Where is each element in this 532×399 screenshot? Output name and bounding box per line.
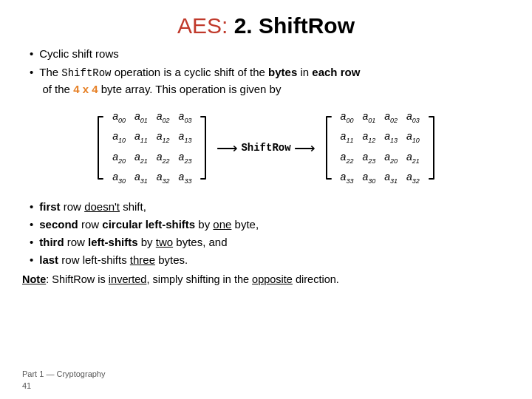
bullet-dot-b4: • (30, 252, 33, 267)
title-aes: AES: (177, 13, 228, 38)
title-shiftrow: 2. Shift​Row (228, 13, 355, 38)
cell: a11 (133, 129, 149, 146)
bullet-dot-1: • (30, 46, 33, 61)
matrix-section: a00 a01 a02 a03 a10 a11 a12 a13 a20 a21 … (22, 106, 510, 190)
cell: a13 (177, 129, 194, 146)
opposite-underline: opposite (252, 273, 293, 285)
two-underline: two (156, 236, 173, 248)
bullet-item-2: • The ShiftRow operation is a cyclic shi… (30, 64, 510, 97)
left-bracket-close (199, 115, 209, 180)
leftshifts-bold: left-shifts (88, 236, 138, 248)
left-matrix: a00 a01 a02 a03 a10 a11 a12 a13 a20 a21 … (105, 106, 199, 190)
doesnt-underline: doesn't (84, 200, 120, 213)
cell: a00 (339, 109, 355, 126)
last-bold: last (39, 253, 58, 266)
cell: a33 (339, 169, 355, 186)
matrix-row: a20 a21 a22 a23 (111, 149, 193, 166)
bullet-b4-text: last row left-shifts three bytes. (39, 252, 188, 267)
matrix-row: a30 a31 a32 a33 (111, 169, 193, 186)
cell: a32 (405, 169, 421, 186)
bullet-b1-text: first row doesn't shift, (39, 199, 146, 214)
left-matrix-wrap: a00 a01 a02 a03 a10 a11 a12 a13 a20 a21 … (95, 106, 209, 190)
footer-line2: 41 (22, 381, 106, 392)
cell: a23 (361, 149, 377, 166)
slide-title: AES: 2. Shift​Row (22, 13, 510, 38)
right-matrix-wrap: a00 a01 a02 a03 a11 a12 a13 a10 a22 a23 … (323, 106, 437, 190)
cell: a20 (383, 149, 399, 166)
bullet-b2-text: second row circular left-shifts by one b… (39, 216, 259, 232)
bullet-dot-b1: • (30, 199, 33, 214)
cell: a22 (339, 149, 355, 166)
bullet-text-2: The ShiftRow operation is a cyclic shift… (39, 64, 360, 97)
cell: a02 (155, 109, 171, 126)
cell: a22 (155, 149, 171, 166)
cell: a01 (133, 109, 149, 126)
first-bold: first (39, 200, 60, 213)
cell: a11 (339, 129, 355, 146)
cell: a23 (177, 149, 194, 166)
matrix-row: a00 a01 a02 a03 (111, 109, 193, 126)
cell: a20 (111, 149, 127, 166)
bottom-bullet-4: • last row left-shifts three bytes. (30, 252, 510, 267)
bullet-text-1: Cyclic shift rows (39, 46, 119, 61)
left-bracket-open (95, 115, 105, 180)
cell: a03 (177, 109, 194, 126)
bullet-b3-text: third row left-shifts by two bytes, and (39, 234, 227, 250)
one-underline: one (213, 218, 231, 231)
bullet-dot-b2: • (30, 216, 33, 232)
shiftrow-arrow-label: ShiftRow (241, 142, 290, 154)
matrix-row: a00 a01 a02 a03 (339, 109, 421, 126)
note-label: Note (22, 273, 46, 285)
three-underline: three (130, 253, 155, 266)
bullet-dot-2: • (30, 64, 33, 80)
cell: a12 (361, 129, 377, 146)
left-arrow: ⟶ (216, 139, 238, 157)
cell: a12 (155, 129, 171, 146)
slide-page: AES: 2. Shift​Row • Cyclic shift rows • … (0, 0, 532, 399)
each-row-bold: each row (312, 66, 360, 78)
bottom-bullet-2: • second row circular left-shifts by one… (30, 216, 510, 232)
cell: a31 (133, 169, 149, 186)
cell: a02 (383, 109, 399, 126)
bottom-bullet-3: • third row left-shifts by two bytes, an… (30, 234, 510, 250)
matrix-row: a11 a12 a13 a10 (339, 129, 421, 146)
matrix-row: a22 a23 a20 a21 (339, 149, 421, 166)
cell: a21 (405, 149, 421, 166)
cell: a00 (111, 109, 127, 126)
cell: a33 (177, 169, 194, 186)
bytes-bold: bytes (268, 66, 297, 78)
bottom-bullet-1: • first row doesn't shift, (30, 199, 510, 214)
bullet-item-1: • Cyclic shift rows (30, 46, 510, 61)
inverted-underline: inverted (109, 273, 147, 285)
footer: Part 1 — Cryptography 41 (22, 369, 106, 392)
bottom-bullets: • first row doesn't shift, • second row … (30, 199, 510, 267)
cell: a32 (155, 169, 171, 186)
4x4-text: 4 x 4 (73, 83, 98, 95)
top-bullets: • Cyclic shift rows • The ShiftRow opera… (30, 46, 510, 97)
right-matrix: a00 a01 a02 a03 a11 a12 a13 a10 a22 a23 … (333, 106, 427, 190)
cell: a13 (383, 129, 399, 146)
matrix-row: a33 a30 a31 a32 (339, 169, 421, 186)
cell: a01 (361, 109, 377, 126)
circular-bold: circular left-shifts (102, 218, 195, 231)
cell: a10 (405, 129, 421, 146)
bullet-dot-b3: • (30, 234, 33, 250)
arrow-area: ⟶ ShiftRow ⟶ (216, 139, 315, 157)
cell: a31 (383, 169, 399, 186)
note-line: Note: ShiftRow is inverted, simply shift… (22, 272, 510, 287)
right-bracket-open (323, 115, 333, 180)
right-arrow: ⟶ (294, 139, 316, 157)
cell: a10 (111, 129, 127, 146)
cell: a03 (405, 109, 421, 126)
matrix-row: a10 a11 a12 a13 (111, 129, 193, 146)
second-bold: second (39, 218, 78, 231)
arrow-row: ⟶ ShiftRow ⟶ (216, 139, 315, 157)
third-bold: third (39, 236, 64, 248)
cell: a21 (133, 149, 149, 166)
cell: a30 (111, 169, 127, 186)
cell: a30 (361, 169, 377, 186)
note-text: : ShiftRow is inverted, simply shifting … (46, 273, 339, 285)
footer-line1: Part 1 — Cryptography (22, 369, 106, 380)
right-bracket-close (427, 115, 437, 180)
shiftrow-mono: ShiftRow (61, 67, 111, 79)
